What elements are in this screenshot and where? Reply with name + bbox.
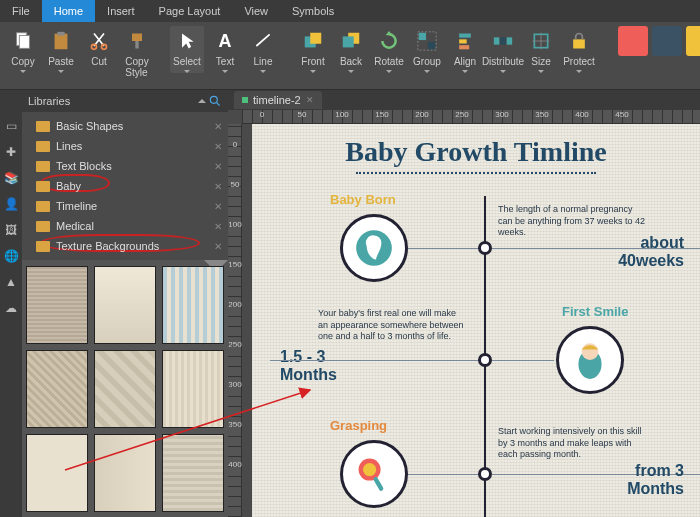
- library-row[interactable]: Timeline✕: [22, 196, 228, 216]
- back-button[interactable]: Back: [334, 26, 368, 73]
- select-button[interactable]: Select: [170, 26, 204, 73]
- library-row[interactable]: Medical✕: [22, 216, 228, 236]
- rattle-icon: [352, 452, 396, 496]
- library-row[interactable]: Text Blocks✕: [22, 156, 228, 176]
- color-swatch-2[interactable]: [652, 26, 682, 56]
- align-button[interactable]: Align: [448, 26, 482, 73]
- svg-point-5: [102, 44, 107, 49]
- close-icon[interactable]: ✕: [214, 141, 222, 152]
- copystyle-button[interactable]: Copy Style: [120, 26, 154, 78]
- menu-symbols[interactable]: Symbols: [280, 0, 346, 22]
- svg-rect-7: [135, 41, 138, 49]
- texture-item[interactable]: [162, 350, 224, 428]
- library-row[interactable]: Basic Shapes✕: [22, 116, 228, 136]
- document-tab[interactable]: timeline-2 ✕: [234, 91, 322, 109]
- svg-point-28: [363, 463, 376, 476]
- svg-rect-29: [373, 476, 385, 492]
- svg-rect-15: [459, 34, 471, 38]
- close-tab-icon[interactable]: ✕: [306, 95, 314, 105]
- line-label: Line: [254, 56, 273, 67]
- connector-line: [270, 360, 484, 361]
- group-label: Group: [413, 56, 441, 67]
- connector-line: [492, 360, 554, 361]
- color-swatch-1[interactable]: [618, 26, 648, 56]
- rail-chart-icon[interactable]: 🌐: [3, 248, 19, 264]
- canvas-page[interactable]: Baby Growth Timline Baby Born The length…: [252, 124, 700, 517]
- library-row[interactable]: Baby✕: [22, 176, 228, 196]
- select-label: Select: [173, 56, 201, 67]
- texture-item[interactable]: [162, 266, 224, 344]
- folder-icon: [36, 201, 50, 212]
- title-underline: [356, 172, 596, 174]
- event1-circle: [340, 214, 408, 282]
- menu-file[interactable]: File: [0, 0, 42, 22]
- close-icon[interactable]: ✕: [214, 241, 222, 252]
- rail-cloud-icon[interactable]: ☁: [3, 300, 19, 316]
- cut-button[interactable]: Cut: [82, 26, 116, 67]
- texture-item[interactable]: [26, 434, 88, 512]
- connector-line: [408, 248, 484, 249]
- rail-person-icon[interactable]: 👤: [3, 196, 19, 212]
- search-icon[interactable]: [208, 94, 222, 108]
- close-icon[interactable]: ✕: [214, 181, 222, 192]
- baby-fetus-icon: [353, 227, 395, 269]
- event3-heading: Grasping: [330, 418, 387, 433]
- texture-item[interactable]: [26, 266, 88, 344]
- library-label: Texture Backgrounds: [56, 240, 159, 252]
- svg-rect-11: [343, 36, 354, 47]
- texture-item[interactable]: [94, 434, 156, 512]
- close-icon[interactable]: ✕: [214, 221, 222, 232]
- texture-item[interactable]: [94, 350, 156, 428]
- protect-label: Protect: [563, 56, 595, 67]
- protect-button[interactable]: Protect: [562, 26, 596, 73]
- back-label: Back: [340, 56, 362, 67]
- close-icon[interactable]: ✕: [214, 121, 222, 132]
- text-button[interactable]: AText: [208, 26, 242, 73]
- menu-view[interactable]: View: [232, 0, 280, 22]
- event1-side: about 40weeks: [618, 234, 684, 270]
- library-row[interactable]: Lines✕: [22, 136, 228, 156]
- rotate-label: Rotate: [374, 56, 403, 67]
- size-label: Size: [531, 56, 550, 67]
- library-label: Baby: [56, 180, 81, 192]
- library-label: Medical: [56, 220, 94, 232]
- close-icon[interactable]: ✕: [214, 201, 222, 212]
- front-label: Front: [301, 56, 324, 67]
- close-icon[interactable]: ✕: [214, 161, 222, 172]
- menu-pagelayout[interactable]: Page Layout: [147, 0, 233, 22]
- svg-rect-22: [573, 39, 585, 48]
- event2-circle: [556, 326, 624, 394]
- texture-item[interactable]: [26, 350, 88, 428]
- texture-item[interactable]: [94, 266, 156, 344]
- paste-label: Paste: [48, 56, 74, 67]
- size-button[interactable]: Size: [524, 26, 558, 73]
- folder-icon: [36, 241, 50, 252]
- library-row[interactable]: Texture Backgrounds✕: [22, 236, 228, 256]
- front-button[interactable]: Front: [296, 26, 330, 73]
- svg-rect-2: [55, 34, 68, 50]
- rail-triangle-icon[interactable]: ▲: [3, 274, 19, 290]
- paste-button[interactable]: Paste: [44, 26, 78, 73]
- svg-rect-9: [310, 33, 321, 44]
- line-button[interactable]: Line: [246, 26, 280, 73]
- color-swatch-3[interactable]: [686, 26, 700, 56]
- svg-rect-18: [494, 37, 500, 44]
- menu-insert[interactable]: Insert: [95, 0, 147, 22]
- text-label: Text: [216, 56, 234, 67]
- rotate-button[interactable]: Rotate: [372, 26, 406, 73]
- event3-desc: Start working intensively on this skill …: [498, 426, 648, 461]
- copy-button[interactable]: Copy: [6, 26, 40, 73]
- svg-point-23: [210, 96, 217, 103]
- cut-label: Cut: [91, 56, 107, 67]
- distribute-button[interactable]: Distribute: [486, 26, 520, 73]
- event2-heading: First Smile: [562, 304, 628, 319]
- rail-libraries-icon[interactable]: 📚: [3, 170, 19, 186]
- rail-connector-icon[interactable]: ✚: [3, 144, 19, 160]
- texture-item[interactable]: [162, 434, 224, 512]
- rail-shapes-icon[interactable]: ▭: [3, 118, 19, 134]
- copy-label: Copy: [11, 56, 34, 67]
- menu-home[interactable]: Home: [42, 0, 95, 22]
- group-button[interactable]: Group: [410, 26, 444, 73]
- libraries-dropdown-icon[interactable]: [198, 99, 206, 103]
- rail-image-icon[interactable]: 🖼: [3, 222, 19, 238]
